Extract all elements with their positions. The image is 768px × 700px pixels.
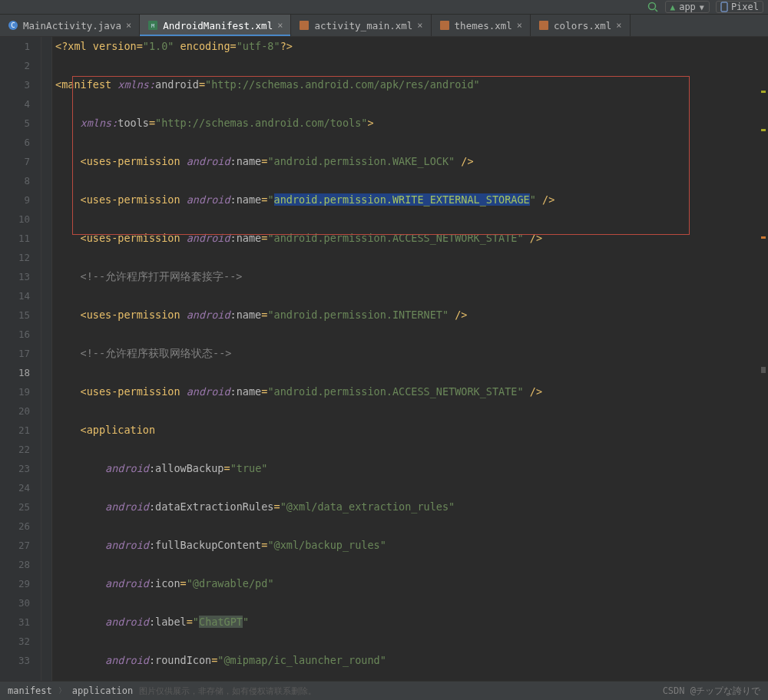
tab-mainactivity[interactable]: C MainActivity.java × [0,15,140,36]
tab-label: activity_main.xml [314,20,412,31]
line-number: 23 [0,459,30,478]
line-number: 18 [0,363,30,382]
tab-label: themes.xml [455,20,512,31]
svg-rect-7 [300,21,309,30]
line-number: 20 [0,401,30,421]
svg-line-1 [655,9,657,12]
line-number: 27 [0,536,30,555]
line-number: 30 [0,593,30,612]
line-number: 11 [0,229,30,248]
status-text: 图片仅供展示，非存储，如有侵权请联系删除。 [139,685,316,697]
run-config-label: app [679,2,696,12]
watermark-text: CSDN @チップな誇りで [663,685,760,698]
line-number: 22 [0,440,30,459]
tab-activity-main[interactable]: activity_main.xml × [291,15,431,36]
xml-icon [538,20,549,31]
line-number: 7 [0,152,30,171]
search-icon[interactable] [647,1,659,13]
line-number: 29 [0,574,30,593]
editor-tabs: C MainActivity.java × M AndroidManifest.… [0,15,768,37]
tab-label: colors.xml [554,20,611,31]
line-number: 4 [0,94,30,114]
line-number: 19 [0,382,30,401]
line-number: 17 [0,344,30,363]
device-selector[interactable]: Pixel [716,1,763,13]
run-config-selector[interactable]: ▲ app ▼ [665,1,710,13]
line-number: 32 [0,632,30,651]
tab-label: MainActivity.java [23,20,121,31]
device-icon [720,2,728,12]
toolbar: ▲ app ▼ Pixel [0,0,768,15]
line-number: 21 [0,421,30,440]
svg-point-0 [648,3,655,10]
fold-gutter [41,37,52,681]
svg-text:M: M [151,23,154,29]
svg-rect-9 [539,21,548,30]
breadcrumb-bar: manifest 〉 application 图片仅供展示，非存储，如有侵权请联… [0,681,768,700]
close-icon[interactable]: × [277,21,283,30]
breadcrumb-item[interactable]: manifest [8,685,52,696]
line-number: 33 [0,651,30,670]
line-number: 26 [0,517,30,536]
tab-androidmanifest[interactable]: M AndroidManifest.xml × [140,15,291,36]
run-icon: ▲ [670,2,676,12]
close-icon[interactable]: × [126,21,131,30]
line-number-gutter: 1 2 3 4 5 6 7 8 9 10 11 12 13 14 15 16 1… [0,37,41,681]
close-icon[interactable]: × [417,21,422,30]
chevron-down-icon: ▼ [700,3,704,12]
line-number: 1 [0,37,30,56]
line-number: 8 [0,171,30,190]
line-number: 25 [0,497,30,517]
close-icon[interactable]: × [517,21,522,30]
svg-rect-2 [721,2,727,12]
editor-scrollbar[interactable] [759,37,768,681]
tab-colors[interactable]: colors.xml × [531,15,631,36]
code-area[interactable]: <?xml version="1.0" encoding="utf-8"?> <… [52,37,768,681]
line-number: 14 [0,286,30,305]
line-number: 15 [0,305,30,325]
svg-text:C: C [11,21,15,29]
line-number: 31 [0,612,30,632]
java-class-icon: C [8,20,18,31]
line-number: 10 [0,210,30,229]
layout-xml-icon [299,20,310,31]
device-label: Pixel [731,2,759,12]
tab-label: AndroidManifest.xml [163,20,273,31]
line-number: 24 [0,478,30,497]
line-number: 6 [0,133,30,152]
manifest-icon: M [147,20,158,31]
code-editor[interactable]: 1 2 3 4 5 6 7 8 9 10 11 12 13 14 15 16 1… [0,37,768,681]
line-number: 5 [0,114,30,133]
xml-icon [439,20,450,31]
line-number: 16 [0,325,30,344]
line-number: 3 [0,75,30,94]
svg-rect-8 [440,21,449,30]
chevron-right-icon: 〉 [58,685,66,696]
line-number: 9 [0,190,30,210]
line-number: 2 [0,56,30,75]
line-number: 28 [0,555,30,574]
tab-themes[interactable]: themes.xml × [432,15,531,36]
line-number: 13 [0,267,30,286]
close-icon[interactable]: × [616,21,621,30]
breadcrumb-item[interactable]: application [72,685,133,696]
line-number: 12 [0,248,30,267]
